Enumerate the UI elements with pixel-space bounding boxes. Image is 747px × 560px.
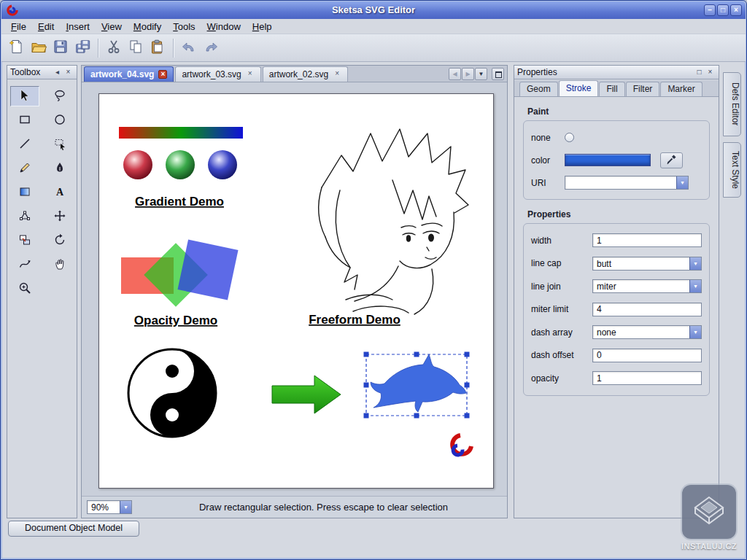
cut-icon [106,39,122,57]
save-button[interactable] [50,37,71,59]
tab-artwork-03[interactable]: artwork_03.svg × [175,66,260,82]
color-swatch[interactable] [565,154,651,166]
color-picker-button[interactable] [660,152,683,168]
tab-label: artwork_03.svg [182,69,241,79]
tool-gradient[interactable] [10,182,39,203]
chevron-down-icon[interactable]: ▼ [676,176,688,189]
opacity-demo-object[interactable] [121,239,239,306]
toolbox-close-button[interactable]: × [63,67,74,77]
save-all-button[interactable] [71,37,93,59]
line-join-select[interactable]: miter ▼ [592,279,702,293]
tab-text-style[interactable]: Text Style [723,142,741,198]
toolbar-separator [98,39,98,58]
new-document-icon [9,39,25,57]
none-radio[interactable] [565,133,574,142]
redo-button[interactable] [200,37,222,59]
dash-array-select[interactable]: none ▼ [592,325,702,339]
tab-scroll-left-button[interactable]: ◀ [449,68,461,80]
uri-select[interactable]: ▼ [565,176,689,190]
chevron-down-icon[interactable]: ▼ [689,280,701,292]
menu-window[interactable]: Window [201,20,247,34]
undo-button[interactable] [178,37,200,59]
tool-curve[interactable] [10,254,39,275]
toolbox-collapse-button[interactable]: ◂ [52,67,63,77]
tool-line[interactable] [10,134,39,155]
tool-hand[interactable] [45,254,74,275]
tab-list-button[interactable]: ▼ [475,68,487,80]
maximize-button[interactable]: □ [717,4,729,16]
paste-button[interactable] [147,37,169,59]
tool-rotate[interactable] [45,230,74,251]
tool-ellipse[interactable] [45,110,74,131]
tab-stroke[interactable]: Stroke [559,80,599,96]
watermark-label: INSTALUJ.CZ [678,542,740,551]
move-icon [53,209,66,225]
menu-insert[interactable]: Insert [60,20,96,34]
tab-scroll-right-button[interactable]: ▶ [462,68,474,80]
tab-close-icon[interactable]: × [158,70,167,79]
green-sphere-object[interactable] [166,150,195,179]
tool-select[interactable] [10,86,39,106]
tab-artwork-02[interactable]: artwork_02.svg × [263,66,348,82]
miter-limit-field[interactable] [592,303,702,316]
document-object-model-button[interactable]: Document Object Model [8,521,139,537]
tool-rectangle[interactable] [10,110,39,131]
tool-pen[interactable] [45,158,74,179]
titlebar[interactable]: Sketsa SVG Editor – □ × [1,1,746,19]
copy-button[interactable] [125,37,147,59]
diamond-stack-icon [692,494,726,530]
chevron-down-icon[interactable]: ▼ [689,257,701,270]
canvas-page[interactable]: Gradient Demo Opacity Demo [98,93,494,489]
opacity-field[interactable] [592,371,702,385]
tab-filter[interactable]: Filter [626,82,660,96]
minimize-button[interactable]: – [704,4,716,16]
open-button[interactable] [28,37,50,59]
menu-view[interactable]: View [96,20,128,34]
tool-pencil[interactable] [10,158,39,179]
properties-close-button[interactable]: × [705,67,716,77]
menu-modify[interactable]: Modify [128,20,167,34]
tool-node-edit[interactable] [10,206,39,227]
green-arrow-object[interactable] [272,376,341,413]
tool-marquee-select[interactable] [45,134,74,155]
tab-artwork-04[interactable]: artwork_04.svg × [84,66,174,82]
tool-lasso[interactable] [45,86,74,106]
menu-edit[interactable]: Edit [32,20,60,34]
chevron-down-icon[interactable]: ▼ [120,501,131,513]
new-button[interactable] [6,37,28,59]
properties-float-button[interactable]: □ [694,67,705,77]
swirl-logo-object[interactable] [452,435,471,455]
opacity-demo-label[interactable]: Opacity Demo [134,314,217,327]
menu-help[interactable]: Help [247,20,278,34]
chevron-down-icon[interactable]: ▼ [689,326,701,338]
tab-marker[interactable]: Marker [660,82,702,96]
close-button[interactable]: × [730,4,742,16]
yin-yang-object[interactable] [128,349,216,437]
lasso-icon [53,89,66,104]
tab-close-icon[interactable]: × [246,70,255,79]
tool-text[interactable]: A [45,182,74,203]
tab-defs-editor[interactable]: Defs Editor [723,72,741,136]
width-field[interactable] [592,233,702,247]
dash-offset-field[interactable] [592,349,702,362]
gradient-bar-object[interactable] [119,127,243,139]
zoom-select[interactable]: 90% ▼ [87,500,132,514]
red-sphere-object[interactable] [123,150,152,179]
freeform-drawing-object[interactable] [319,129,468,314]
tool-duplicate[interactable] [10,230,39,251]
tool-move[interactable] [45,206,74,227]
dolphin-object[interactable] [371,354,466,412]
cut-button[interactable] [103,37,125,59]
blue-sphere-object[interactable] [208,150,237,179]
tool-zoom[interactable] [10,279,39,299]
gradient-demo-label[interactable]: Gradient Demo [135,195,224,209]
tab-fill[interactable]: Fill [599,82,624,96]
freeform-demo-label[interactable]: Freeform Demo [309,313,400,327]
maximize-view-button[interactable] [492,68,504,80]
menu-file[interactable]: File [5,20,32,34]
menu-tools[interactable]: Tools [167,20,201,34]
tab-close-icon[interactable]: × [333,70,341,79]
line-cap-select[interactable]: butt ▼ [592,257,702,271]
tab-geom[interactable]: Geom [519,82,558,96]
menubar: File Edit Insert View Modify Tools Windo… [1,19,746,34]
